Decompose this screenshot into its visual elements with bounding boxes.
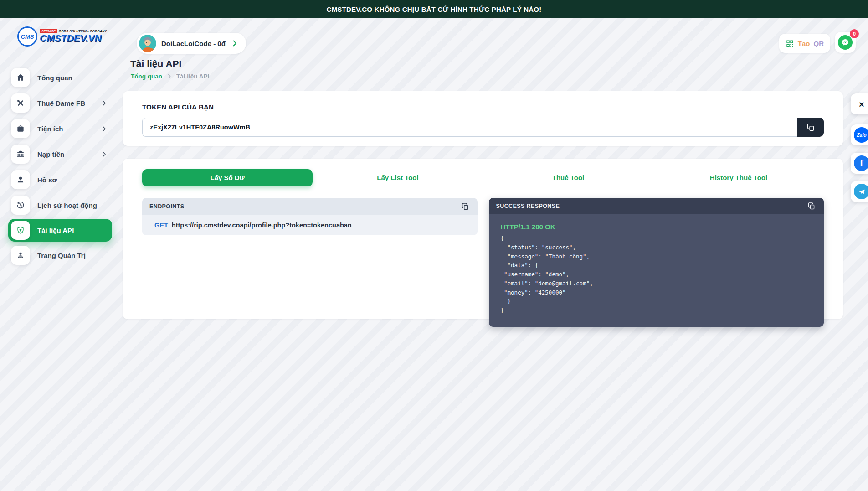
sidebar-item-label: Nạp tiền	[37, 150, 64, 158]
create-qr-button[interactable]: Tạo QR	[779, 34, 830, 53]
qr-code-icon	[786, 39, 794, 48]
copy-icon	[807, 202, 816, 210]
endpoints-panel: ENDPOINTS GET https://rip.cmstdev.coapi/…	[142, 198, 478, 235]
user-account-chip[interactable]: DoiLacLoiCode - 0đ	[137, 33, 246, 54]
sidebar-item-nap-tien[interactable]: Nạp tiền	[8, 142, 112, 166]
chevron-right-icon	[101, 100, 108, 107]
sidebar: CMS SERVICE GODS SOLUTION - GODOANY CMST…	[0, 18, 119, 491]
user-icon	[11, 170, 30, 189]
chevron-right-icon	[101, 151, 108, 158]
chevron-right-icon	[231, 39, 239, 47]
facebook-icon: f	[854, 155, 868, 171]
endpoint-row: GET https://rip.cmstdev.coapi/profile.ph…	[142, 215, 478, 235]
copy-endpoint-button[interactable]	[459, 201, 471, 212]
breadcrumb-separator-icon	[166, 73, 172, 79]
close-widget-button[interactable]: ×	[851, 93, 868, 114]
logo-cms-circle: CMS	[17, 26, 37, 47]
copy-response-button[interactable]	[806, 200, 817, 212]
endpoints-title: ENDPOINTS	[149, 203, 185, 210]
api-docs-card: Lấy Số Dư Lấy List Tool Thuê Tool Histor…	[123, 159, 843, 319]
shield-icon	[11, 221, 30, 240]
telegram-icon	[854, 184, 868, 199]
logo-brand-text: CMSTDEV.VN	[40, 33, 107, 43]
zalo-contact-button[interactable]: Zalo	[851, 124, 868, 145]
success-response-panel: SUCCESS RESPONSE HTTP/1.1 200 OK { "stat…	[489, 198, 824, 327]
sidebar-item-tong-quan[interactable]: Tổng quan	[8, 66, 112, 89]
sidebar-item-label: Lịch sử hoạt động	[37, 202, 97, 209]
tab-history-thue-tool[interactable]: History Thuê Tool	[653, 169, 824, 186]
breadcrumb: Tổng quan Tài liệu API	[131, 73, 209, 80]
copy-icon	[806, 123, 815, 132]
notification-badge: 0	[850, 29, 859, 38]
facebook-contact-button[interactable]: f	[851, 153, 868, 174]
history-icon	[11, 196, 30, 215]
sidebar-item-label: Tiện ích	[37, 125, 63, 133]
api-tabs: Lấy Số Dư Lấy List Tool Thuê Tool Histor…	[142, 169, 824, 186]
qr-button-label-2: QR	[814, 40, 824, 47]
sidebar-item-label: Tổng quan	[37, 74, 72, 82]
api-token-input[interactable]	[142, 118, 797, 137]
legal-banner-text: CMSTDEV.CO KHÔNG CHỊU BẤT CỨ HÌNH THỨC P…	[327, 5, 542, 13]
breadcrumb-home-link[interactable]: Tổng quan	[131, 73, 162, 80]
telegram-contact-button[interactable]	[851, 181, 868, 202]
sidebar-item-label: Tài liệu API	[37, 227, 74, 234]
response-json: { "status": "success", "message": "Thành…	[501, 234, 812, 315]
tab-thue-tool[interactable]: Thuê Tool	[483, 169, 653, 186]
http-method: GET	[154, 222, 168, 229]
legal-banner: CMSTDEV.CO KHÔNG CHỊU BẤT CỨ HÌNH THỨC P…	[0, 0, 868, 18]
sidebar-nav: Tổng quan Thuê Dame FB Tiện ích Nạ	[0, 66, 119, 267]
sidebar-item-trang-quan-tri[interactable]: Trang Quản Trị	[8, 243, 112, 267]
tab-lay-list-tool[interactable]: Lấy List Tool	[313, 169, 483, 186]
sidebar-item-tai-lieu-api[interactable]: Tài liệu API	[8, 219, 112, 242]
floating-contact-widget: × Zalo f	[851, 93, 868, 209]
sidebar-item-tien-ich[interactable]: Tiện ích	[8, 117, 112, 140]
sidebar-item-ho-so[interactable]: Hồ sơ	[8, 168, 112, 191]
qr-button-label-1: Tạo	[798, 40, 810, 47]
zalo-icon: Zalo	[854, 127, 868, 143]
token-section-label: TOKEN API CỦA BẠN	[142, 103, 824, 111]
breadcrumb-current: Tài liệu API	[176, 73, 209, 80]
avatar	[139, 35, 156, 52]
chevron-right-icon	[101, 125, 108, 132]
bank-icon	[11, 145, 30, 164]
page-title: Tài liệu API	[130, 58, 181, 69]
sidebar-item-thue-dame-fb[interactable]: Thuê Dame FB	[8, 91, 112, 115]
close-icon: ×	[859, 99, 864, 109]
copy-token-button[interactable]	[797, 118, 824, 137]
http-status-line: HTTP/1.1 200 OK	[501, 223, 812, 231]
chat-support-button[interactable]: 0	[835, 32, 856, 53]
endpoint-url: https://rip.cmstdev.coapi/profile.php?to…	[172, 222, 352, 229]
tab-lay-so-du[interactable]: Lấy Số Dư	[142, 169, 313, 186]
admin-icon	[11, 246, 30, 265]
sidebar-item-label: Trang Quản Trị	[37, 252, 86, 259]
home-icon	[11, 68, 30, 87]
copy-icon	[461, 202, 469, 211]
sidebar-item-label: Thuê Dame FB	[37, 99, 85, 107]
sidebar-item-lich-su[interactable]: Lịch sử hoạt động	[8, 193, 112, 217]
brand-logo[interactable]: CMS SERVICE GODS SOLUTION - GODOANY CMST…	[17, 26, 119, 47]
messenger-icon	[838, 35, 853, 50]
tools-icon	[11, 93, 30, 113]
response-title: SUCCESS RESPONSE	[496, 203, 560, 209]
sidebar-item-label: Hồ sơ	[37, 176, 57, 184]
token-card: TOKEN API CỦA BẠN	[123, 91, 843, 146]
logo-tagline: GODS SOLUTION - GODOANY	[59, 30, 107, 33]
toolbox-icon	[11, 119, 30, 138]
user-name-balance: DoiLacLoiCode - 0đ	[161, 40, 226, 47]
